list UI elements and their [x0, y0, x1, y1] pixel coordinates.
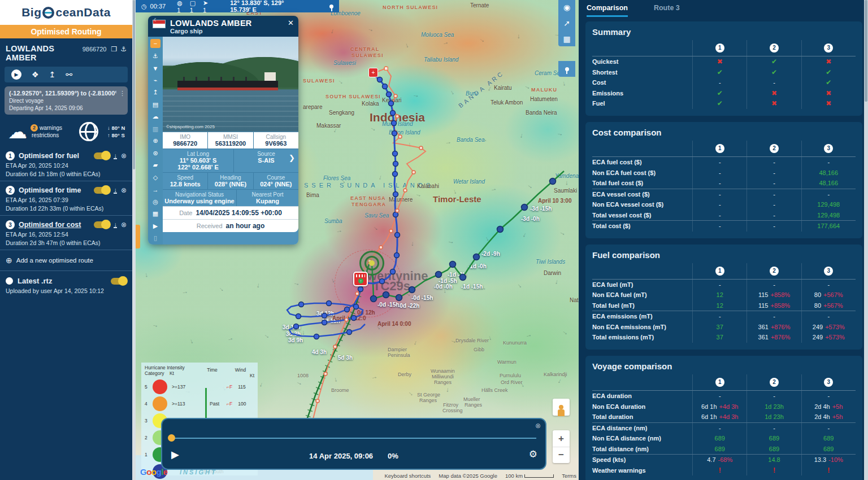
close-icon[interactable]: ✕: [288, 19, 294, 27]
map-pin-button[interactable]: [558, 61, 575, 77]
remove-route-icon[interactable]: ⊗: [121, 221, 127, 229]
collapsed-panel-handle[interactable]: [136, 225, 140, 248]
pegman-control[interactable]: [553, 399, 570, 416]
layers-icon[interactable]: ❖: [32, 70, 39, 79]
weather-cloud-icon[interactable]: ☁: [8, 123, 27, 140]
timeline-close-icon[interactable]: ⊗: [535, 422, 541, 430]
cell-value: 2d 4h: [814, 403, 830, 410]
globe-icon[interactable]: ⊛: [150, 149, 160, 158]
latest-rtz-toggle[interactable]: [111, 278, 127, 285]
remove-route-icon[interactable]: ⊗: [121, 152, 127, 160]
latest-rtz-row[interactable]: Latest .rtz: [0, 270, 132, 286]
earth-icon[interactable]: ◉: [563, 3, 570, 12]
route-item[interactable]: 1Optimised for fuel↓⊗ETA Apr 20, 2025 10…: [0, 147, 132, 181]
track-arrow-icon[interactable]: →: [150, 185, 160, 194]
row-label: Non ECA distance (nm): [592, 433, 692, 444]
received-row: Receivedan hour ago: [163, 219, 298, 232]
route-visibility-toggle[interactable]: [94, 152, 110, 159]
route-icon[interactable]: ⌁: [150, 76, 160, 85]
diamond-icon[interactable]: ◇: [150, 173, 160, 182]
cell-value: -: [719, 201, 721, 208]
zoom-in-button[interactable]: +: [553, 430, 570, 447]
cell-value: -: [719, 212, 721, 219]
route-item[interactable]: 3Optimised for cost↓⊗ETA Apr 16, 2025 12…: [0, 215, 132, 250]
voyage-summary-card[interactable]: (-12.92570°, 121.59309°) to (-2.81000°, …: [5, 86, 128, 115]
destination-marker[interactable]: +: [368, 68, 378, 77]
timeline-slider-knob[interactable]: [168, 434, 175, 442]
route-name[interactable]: Optimised for time: [19, 186, 81, 194]
weather-cloud-icon[interactable]: ☁: [150, 112, 160, 121]
cell-value: 48,166: [819, 169, 838, 176]
panel-scrollbar[interactable]: [864, 0, 868, 480]
vessel-icon[interactable]: ⚓: [150, 52, 160, 60]
warning-icon: !: [719, 466, 721, 474]
vessel-marker[interactable]: ↑: [353, 272, 368, 286]
cell-delta: -68%: [718, 456, 733, 463]
card-title: Fuel comparison: [592, 250, 856, 260]
pin-icon[interactable]: [329, 5, 333, 8]
runner-icon[interactable]: ➚: [563, 19, 570, 28]
route-visibility-toggle[interactable]: [94, 221, 110, 228]
ship-icon[interactable]: ⚓: [120, 45, 127, 53]
kebab-menu-icon[interactable]: ⋮: [119, 90, 125, 97]
download-icon[interactable]: ↓: [114, 153, 117, 159]
table-row: Non ECA emissions (mT)37361+876%249+573%: [592, 322, 856, 333]
map-canvas[interactable]: →→→→→→→→→→→→→→→→→→→→→→→→→→→→→→→→→→→→→→→→…: [136, 0, 579, 480]
cell-value: -: [719, 425, 721, 431]
keyboard-shortcuts-link[interactable]: Keyboard shortcuts: [384, 473, 431, 479]
add-route-button[interactable]: ⊕ Add a new optimised route: [0, 250, 132, 270]
tab-route-3[interactable]: Route 3: [654, 4, 680, 17]
warning-icon: !: [827, 466, 830, 474]
cursor-count-icon[interactable]: ➤ 1: [203, 0, 212, 14]
chart-icon[interactable]: ▥: [150, 125, 160, 133]
row-label: Weather warnings: [592, 465, 692, 476]
window-icon[interactable]: ❒: [111, 45, 117, 53]
liferaft-icon[interactable]: ◎: [150, 198, 160, 206]
cross-icon: ✖: [826, 58, 831, 66]
cell-value: -: [719, 281, 721, 288]
route-name[interactable]: Optimised for fuel: [19, 152, 79, 160]
comparison-panel: ComparisonRoute 3 Summary123Quickest✖✔✖S…: [579, 0, 868, 480]
app-root: BigceanData Optimised Routing LOWLANDS A…: [0, 0, 868, 480]
route-waypoints-icon[interactable]: ⚯: [66, 70, 72, 79]
route-column-header: 2: [770, 144, 779, 153]
route-visibility-toggle[interactable]: [94, 187, 110, 194]
grid-icon[interactable]: ▦: [563, 34, 570, 43]
anchor-circle-icon[interactable]: ⊕: [150, 137, 160, 145]
tab-comparison[interactable]: Comparison: [587, 4, 628, 17]
chevron-right-icon[interactable]: ❯: [289, 154, 295, 162]
zoom-out-button[interactable]: −: [553, 447, 570, 463]
check-icon: ✔: [717, 99, 723, 107]
cell-value: 177,664: [817, 222, 840, 229]
calendar-icon[interactable]: ▦: [150, 210, 160, 218]
collapse-minus-icon[interactable]: −: [150, 39, 160, 48]
filter-icon[interactable]: ▼: [150, 64, 160, 72]
row-label: ECA fuel cost ($): [592, 157, 692, 168]
tag-icon[interactable]: ▰: [150, 161, 160, 169]
play-button[interactable]: ▶: [11, 69, 21, 80]
row-label: Total vessel cost ($): [592, 210, 692, 221]
vessel-name: LOWLANDS AMBER: [6, 44, 78, 62]
globe-count-icon[interactable]: ◍ 1: [177, 0, 186, 14]
timeline-slider-track[interactable]: [171, 438, 536, 439]
download-icon[interactable]: ↓: [114, 187, 117, 194]
latlong-cell: Lat Long 11° 50.603' S 122° 02.668' E: [163, 149, 233, 172]
terms-link[interactable]: Terms: [562, 473, 576, 479]
remove-route-icon[interactable]: ⊗: [121, 186, 127, 194]
globe-icon[interactable]: [79, 122, 98, 141]
cell-value: -: [719, 79, 721, 86]
document-icon[interactable]: ▤: [150, 101, 160, 109]
table-row: Non ECA distance (nm)689689689: [592, 433, 856, 444]
delete-icon[interactable]: ▯: [150, 234, 160, 242]
route-item[interactable]: 2Optimised for time↓⊗ETA Apr 16, 2025 07…: [0, 181, 132, 215]
row-label: Total cost ($): [592, 221, 692, 232]
upload-icon[interactable]: ↥: [49, 70, 56, 79]
box-count-icon[interactable]: ▢ 1: [190, 0, 199, 14]
cell-value: -: [719, 222, 721, 229]
timeline-settings-icon[interactable]: ⚙: [529, 448, 537, 460]
upload-icon[interactable]: ↥: [150, 88, 160, 97]
download-icon[interactable]: ↓: [114, 222, 117, 228]
route-name[interactable]: Optimised for cost: [19, 221, 81, 229]
play-icon[interactable]: ▶: [150, 222, 160, 230]
table-row: Cost--✔: [592, 77, 856, 88]
